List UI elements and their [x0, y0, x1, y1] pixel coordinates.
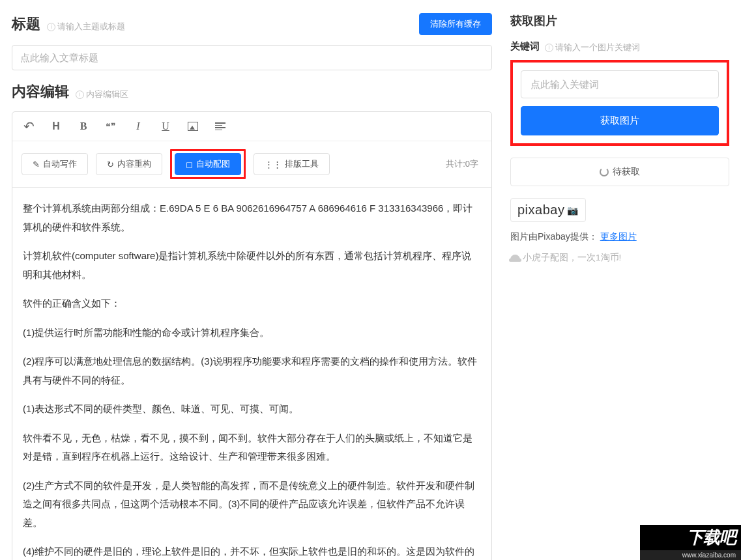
content-paragraph: 整个计算机系统由两部分组成：E.69DA 5 E 6 BA 9062616964… — [23, 199, 481, 236]
get-image-title: 获取图片 — [510, 13, 729, 29]
auto-image-button[interactable]: ◻ 自动配图 — [175, 153, 241, 175]
content-paragraph: (1)提供运行时所需功能和性能的命令或计算机程序集合。 — [23, 324, 481, 343]
content-paragraph: (4)维护不同的硬件是旧的，理论上软件是旧的，并不坏，但实际上软件也是旧的和坏的… — [23, 542, 481, 560]
box-icon: ◻ — [186, 160, 193, 169]
content-paragraph: (2)生产方式不同的软件是开发，是人类智能的高发挥，而不是传统意义上的硬件制造。… — [23, 477, 481, 533]
pixabay-logo: pixabay 📷 — [510, 198, 586, 222]
get-image-button[interactable]: 获取图片 — [521, 106, 719, 135]
quote-icon[interactable]: ❝❞ — [104, 121, 118, 132]
layout-tool-button[interactable]: ⋮⋮ 排版工具 — [254, 153, 330, 175]
watermark: 下载吧 www.xiazaiba.com — [640, 525, 741, 560]
highlight-auto-image: ◻ 自动配图 — [170, 149, 246, 179]
title-hint: i 请输入主题或标题 — [47, 21, 125, 33]
undo-icon[interactable]: ↶ — [22, 119, 36, 134]
refresh-icon: ↻ — [107, 160, 114, 169]
keyword-hint: i 请输入一个图片关键词 — [545, 42, 640, 53]
info-icon: i — [76, 91, 84, 99]
content-refactor-button[interactable]: ↻ 内容重构 — [96, 153, 162, 175]
content-paragraph: 软件看不见，无色，枯燥，看不见，摸不到，闻不到。软件大部分存在于人们的头脑或纸上… — [23, 429, 481, 466]
align-icon[interactable] — [213, 122, 227, 130]
content-paragraph: 计算机软件(computer software)是指计算机系统中除硬件以外的所有… — [23, 247, 481, 284]
pencil-icon: ✎ — [33, 160, 40, 169]
heading-icon[interactable]: H — [49, 120, 63, 132]
word-count: 共计:0字 — [446, 158, 482, 170]
highlight-keyword-box: 获取图片 — [510, 60, 729, 146]
image-icon[interactable] — [186, 122, 200, 131]
editor-section-label: 内容编辑 — [12, 82, 69, 102]
spinner-icon — [600, 167, 609, 176]
underline-icon[interactable]: U — [158, 120, 173, 132]
more-images-link[interactable]: 更多图片 — [600, 231, 637, 242]
keyword-label: 关键词 — [510, 40, 540, 53]
layout-icon: ⋮⋮ — [265, 160, 282, 169]
bold-icon[interactable]: B — [76, 120, 91, 132]
italic-icon[interactable]: I — [131, 120, 145, 132]
auto-write-button[interactable]: ✎ 自动写作 — [22, 153, 88, 175]
pending-status: 待获取 — [510, 158, 729, 186]
camera-icon: 📷 — [567, 205, 579, 216]
title-label: 标题 — [12, 14, 40, 34]
editor-toolbar: ↶ H B ❝❞ I U ✎ 自动写作 ↻ 内容重构 — [12, 111, 492, 188]
cloud-icon — [510, 255, 520, 262]
tip-line: 小虎子配图，一次1淘币! — [510, 252, 729, 264]
provider-line: 图片由Pixabay提供： 更多图片 — [510, 231, 729, 243]
clear-cache-button[interactable]: 清除所有缓存 — [419, 13, 492, 35]
editor-section-hint: i 内容编辑区 — [76, 89, 128, 100]
content-paragraph: (2)程序可以满意地处理信息的数据结构。(3)说明程序功能要求和程序需要的文档的… — [23, 352, 481, 389]
article-title-input[interactable] — [12, 45, 492, 70]
editor-content-area[interactable]: 整个计算机系统由两部分组成：E.69DA 5 E 6 BA 9062616964… — [12, 188, 492, 560]
keyword-input[interactable] — [521, 70, 719, 98]
info-icon: i — [47, 23, 55, 31]
info-icon: i — [545, 44, 553, 52]
title-header: 标题 i 请输入主题或标题 清除所有缓存 — [12, 13, 492, 35]
content-paragraph: 软件的正确含义如下： — [23, 294, 481, 313]
content-paragraph: (1)表达形式不同的硬件类型、颜色、味道、可见、可摸、可闻。 — [23, 400, 481, 419]
